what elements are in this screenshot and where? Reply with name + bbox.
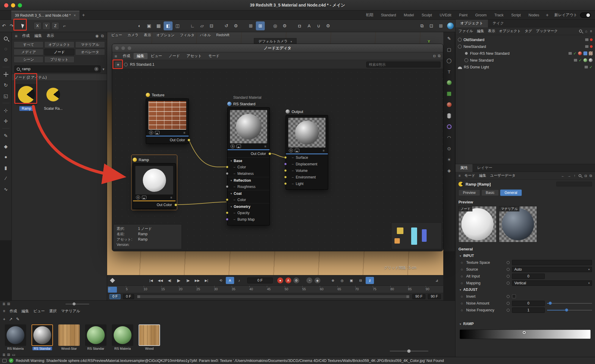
tab-takes[interactable]: テイク <box>488 20 509 27</box>
base-color-port[interactable] <box>226 166 228 168</box>
popout-icon[interactable]: ⧉ <box>589 174 592 178</box>
ne-menu-create[interactable]: 作成 <box>120 53 134 59</box>
material-item-selected[interactable]: RS Standar <box>30 324 54 350</box>
out-color-port[interactable] <box>174 203 177 206</box>
tab-objects[interactable]: オブジェクト <box>455 20 488 27</box>
material-item-active[interactable]: Wood <box>137 324 161 350</box>
invert-checkbox[interactable] <box>512 294 516 298</box>
noise-amount-slider[interactable] <box>547 301 592 305</box>
om-menu-tag[interactable]: タグ <box>525 29 532 34</box>
viewport-menu-item[interactable]: 表示 <box>144 33 151 38</box>
tree-row-new-standard[interactable]: New Standard ✓ <box>455 57 595 64</box>
rs-node-thumbnail[interactable] <box>230 110 267 143</box>
opacity-port[interactable] <box>226 211 228 214</box>
viewport-menu-item[interactable]: カメラ <box>128 33 139 38</box>
list-icon[interactable]: ≡ <box>264 145 267 148</box>
paint-tool-icon[interactable]: ● <box>1 153 10 161</box>
next-frame-button[interactable]: |▶ <box>184 277 192 284</box>
filter-all[interactable]: すべて <box>14 41 43 48</box>
color-swatch-panel[interactable] <box>391 222 442 249</box>
viewport-menu-item[interactable]: ビュー <box>111 33 122 38</box>
noise-frequency-slider[interactable] <box>547 308 592 312</box>
filter-materials[interactable]: マテリアル <box>75 41 105 48</box>
anim-toggle-icon[interactable] <box>507 268 510 271</box>
axis-move-tool-icon[interactable]: ⊹ <box>1 106 10 115</box>
filter-presets[interactable]: プリセット <box>44 56 74 63</box>
zoom-window-icon[interactable] <box>128 46 131 50</box>
asset-item-scalar-ramp[interactable]: Scalar Ra... <box>41 84 65 111</box>
magnet-icon[interactable]: ∪ <box>314 21 323 30</box>
ne-menu-asset[interactable]: アセット <box>183 53 205 59</box>
layout-toggle[interactable] <box>580 12 591 18</box>
snap-settings-gear-icon[interactable]: ⚙ <box>324 21 333 30</box>
layer-chip[interactable] <box>574 59 577 62</box>
minimize-window-icon[interactable] <box>11 3 15 7</box>
render-settings-icon[interactable]: ▦ <box>154 21 163 30</box>
record-scale-icon[interactable]: ◈ <box>314 277 320 283</box>
search-options-icon[interactable]: ▾ <box>102 67 104 71</box>
axis-z-button[interactable]: Z <box>51 22 59 30</box>
mm-menu-material[interactable]: マテリアル <box>61 309 80 314</box>
list-icon[interactable]: ≡ <box>323 149 325 152</box>
metalness-port[interactable] <box>226 172 228 175</box>
detail-view-icon[interactable]: ▭ <box>12 353 15 357</box>
assign-material-icon[interactable]: ↗ <box>9 317 12 321</box>
attribute-title-field[interactable] <box>556 182 592 186</box>
lock-icon[interactable]: ◘ <box>585 174 587 178</box>
material-thumbnail[interactable] <box>85 324 107 346</box>
node-search-input[interactable] <box>366 62 441 68</box>
layout-tab[interactable]: Groom <box>471 11 490 20</box>
asset-search-box[interactable]: × <box>14 65 101 73</box>
live-selection-tool-icon[interactable] <box>18 21 27 30</box>
tab-preview[interactable]: Preview <box>458 189 480 196</box>
close-window-icon[interactable] <box>4 3 8 7</box>
status-ok-icon[interactable]: ✓ <box>9 358 13 363</box>
viewport-menu-item[interactable]: Redshift <box>216 33 229 37</box>
ne-menu-node[interactable]: ノード <box>165 53 183 59</box>
texture-tag-icon[interactable] <box>589 51 593 55</box>
up-arrow-icon[interactable]: ↑ <box>574 174 575 178</box>
settings-gear-icon[interactable]: ⚙ <box>1 55 10 64</box>
tree-row-floor[interactable]: Floor-RS New Standard ✓ <box>455 50 595 57</box>
layout-tab[interactable]: Sculpt <box>418 11 436 20</box>
layout-tab[interactable]: Track <box>491 11 508 20</box>
zoom-tool-icon[interactable] <box>1 34 10 43</box>
rotate-tool-icon[interactable]: ↻ <box>1 81 10 90</box>
material-tag-green[interactable] <box>583 58 587 62</box>
list-icon[interactable]: ≡ <box>590 29 592 33</box>
undo-icon[interactable]: ↶ <box>0 21 7 30</box>
filter-scenes[interactable]: シーン <box>14 56 43 63</box>
filter-operators[interactable]: オペレータ <box>75 49 105 55</box>
autokey-A-button[interactable]: A <box>226 277 234 284</box>
ramp-node-thumbnail[interactable] <box>135 166 173 194</box>
lock-icon[interactable]: ◘ <box>295 21 304 30</box>
ramp-gradient-bar[interactable] <box>460 330 591 339</box>
simulation-red-sphere-icon[interactable] <box>445 101 453 109</box>
redo-icon[interactable]: ↷ <box>8 21 15 30</box>
field-icon[interactable]: ◠ <box>445 134 453 142</box>
mm-menu-edit[interactable]: 編集 <box>21 309 29 314</box>
material-thumbnail[interactable] <box>139 324 160 346</box>
keying-settings-gear-icon[interactable]: ⚙ <box>293 277 299 283</box>
new-layout-button[interactable]: 新レイアウト <box>552 12 580 18</box>
search-icon[interactable] <box>579 29 582 32</box>
material-thumbnail[interactable] <box>32 324 53 346</box>
material-thumbnail[interactable] <box>58 324 80 346</box>
ramp-node[interactable]: Ramp S ≡ Out Color <box>131 155 177 210</box>
spline-tool-icon[interactable]: ∿ <box>1 185 10 194</box>
list-view-icon[interactable]: ≣ <box>2 302 5 306</box>
anim-toggle-icon[interactable] <box>507 261 510 264</box>
panel-popout-icon[interactable]: ⧉ <box>101 34 104 38</box>
circle-option-icon[interactable]: ◎ <box>271 21 280 30</box>
layout-tab[interactable]: Nodes <box>524 11 543 20</box>
coordinate-system-icon[interactable]: ⌐ <box>60 21 69 30</box>
grid-view-icon[interactable]: ⊞ <box>7 302 10 306</box>
viewport-menu-item[interactable]: オプション <box>156 33 174 38</box>
chart-icon[interactable]: ⊿ <box>433 277 441 284</box>
preview-size-slider[interactable] <box>390 351 428 352</box>
output-node-thumbnail[interactable] <box>288 118 325 148</box>
section-geometry[interactable]: ▾Geometry <box>228 203 270 210</box>
add-node-button[interactable]: + <box>115 61 122 68</box>
annotate-icon[interactable]: A <box>305 21 314 30</box>
volume-port[interactable] <box>284 169 287 172</box>
